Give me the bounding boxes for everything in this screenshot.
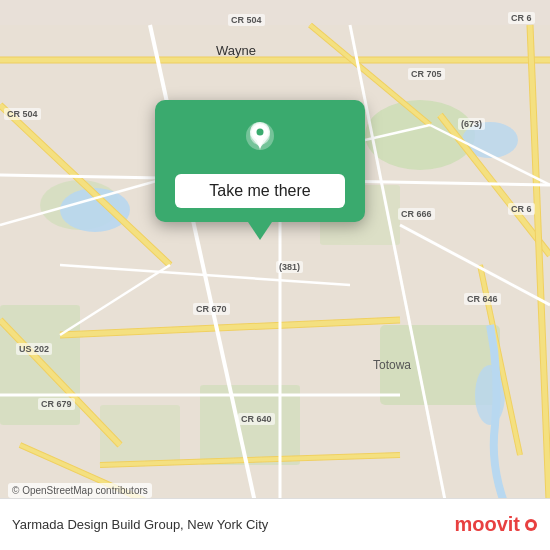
road-label-cr6-right: CR 6 [508,203,535,215]
location-text: Yarmada Design Build Group, New York Cit… [12,517,454,532]
map-svg [0,0,550,550]
road-label-cr670: CR 670 [193,303,230,315]
town-label-totowa: Totowa [373,358,411,372]
road-label-us202: US 202 [16,343,52,355]
osm-attribution: © OpenStreetMap contributors [8,483,152,498]
svg-point-49 [528,522,534,528]
popup-card: Take me there [155,100,365,222]
bottom-bar: Yarmada Design Build Group, New York Cit… [0,498,550,550]
road-label-cr640: CR 640 [238,413,275,425]
location-pin-icon [238,118,282,162]
road-label-cr6-top: CR 6 [508,12,535,24]
road-label-cr673: (673) [458,118,485,130]
road-label-cr705: CR 705 [408,68,445,80]
town-label-wayne: Wayne [216,43,256,58]
road-label-cr666: CR 666 [398,208,435,220]
road-label-cr504-left: CR 504 [4,108,41,120]
road-label-cr504-top: CR 504 [228,14,265,26]
take-me-there-button[interactable]: Take me there [175,174,345,208]
road-label-cr381: (381) [276,261,303,273]
moovit-logo-text: moovit [454,513,520,536]
svg-rect-4 [200,385,300,465]
map-container: CR 504 CR 504 CR 705 (673) CR 666 CR 670… [0,0,550,550]
road-label-cr646: CR 646 [464,293,501,305]
moovit-logo-icon [524,518,538,532]
svg-point-47 [257,129,264,136]
moovit-logo: moovit [454,513,538,536]
road-label-cr679: CR 679 [38,398,75,410]
